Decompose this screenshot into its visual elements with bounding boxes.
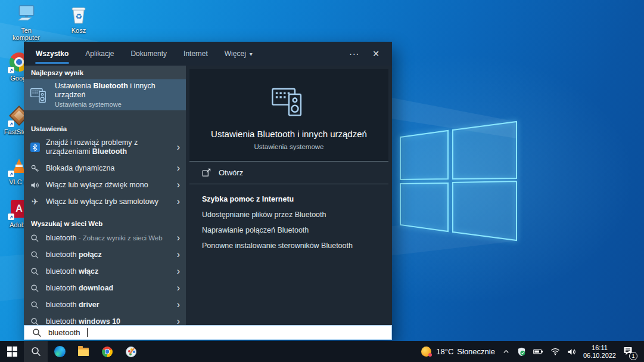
web-result-bluetooth-wlacz[interactable]: bluetooth włącz › [24,263,186,280]
web-result-bluetooth-driver[interactable]: bluetooth driver › [24,296,186,313]
tab-aplikacje[interactable]: Aplikacje [77,42,122,66]
windows-search-panel: Wszystko Aplikacje Dokumenty Internet Wi… [24,42,392,340]
taskbar-file-explorer-button[interactable] [71,341,95,362]
chrome-icon [102,346,113,357]
search-query-text: bluetooth [48,328,80,337]
shortcut-arrow-icon [8,214,14,220]
desktop-icon-label: Kosz [71,27,86,34]
web-result-bluetooth-download[interactable]: bluetooth download › [24,280,186,296]
action-center-button[interactable]: 1 [623,346,633,358]
recycle-bin-icon: ♻ [69,4,88,25]
system-tray: 18°C Słonecznie [421,341,644,362]
web-result-bluetooth-polacz[interactable]: bluetooth połącz › [24,246,186,263]
chevron-right-icon: › [177,267,180,276]
open-action[interactable]: Otwórz [186,162,392,184]
chevron-right-icon: › [177,197,180,206]
airplane-icon: ✈ [30,197,40,206]
this-pc-icon [15,4,37,25]
chevron-right-icon: › [177,233,180,243]
chevron-down-icon: ▾ [250,51,253,57]
search-icon [30,301,40,310]
search-filter-tabs: Wszystko Aplikacje Dokumenty Internet Wi… [24,42,392,66]
tray-chevron-up-icon[interactable] [502,348,510,355]
best-result-item[interactable]: Ustawienia Bluetooth i innych urządzeń U… [24,79,186,110]
result-detail-pane: Ustawienia Bluetooth i innych urządzeń U… [186,66,392,340]
shortcut-arrow-icon [8,120,14,127]
security-shield-icon[interactable] [517,347,526,357]
settings-result-mono-audio[interactable]: Włącz lub wyłącz dźwięk mono › [24,177,186,193]
search-icon [32,328,42,338]
settings-result-bluetooth-problems[interactable]: Znajdź i rozwiąż problemy z urządzeniami… [24,135,186,160]
chevron-right-icon: › [177,163,180,173]
shortcut-arrow-icon [8,67,14,73]
quick-help-header: Szybka pomoc z Internetu [202,191,376,207]
detail-title: Ustawienia Bluetooth i innych urządzeń [211,129,367,139]
tab-dokumenty[interactable]: Dokumenty [122,42,175,66]
edge-icon [54,346,66,357]
section-header-settings: Ustawienia [24,122,186,135]
sun-icon [421,346,431,357]
clock-time: 16:11 [583,344,616,352]
speaker-icon [30,181,40,190]
taskbar: 18°C Słonecznie [0,341,644,362]
taskbar-search-button[interactable] [24,341,48,362]
desktop-icon-this-pc[interactable]: Ten komputer [5,4,48,41]
tab-internet[interactable]: Internet [175,42,216,66]
battery-icon[interactable] [533,348,543,355]
clock[interactable]: 16:11 06.10.2022 [583,344,616,360]
close-icon[interactable]: ✕ [372,49,380,58]
paint3d-icon [126,346,136,357]
search-input[interactable]: bluetooth [24,325,392,340]
section-header-best: Najlepszy wynik [24,66,186,79]
best-result-title: Ustawienia Bluetooth i innych urządzeń [55,82,180,100]
bluetooth-icon [30,143,40,152]
windows-logo-icon [7,346,17,357]
search-results-list: Najlepszy wynik Ustawieni [24,66,186,340]
volume-icon[interactable] [567,348,576,356]
best-result-subtitle: Ustawienia systemowe [55,101,180,108]
weather-condition: Słonecznie [457,347,495,356]
more-options-button[interactable]: ··· [349,49,359,58]
open-icon [202,168,211,177]
svg-text:♻: ♻ [75,12,82,21]
quick-link-file-sharing[interactable]: Udostępnianie plików przez Bluetooth [202,207,376,222]
search-icon [30,267,40,276]
search-icon [30,250,40,259]
bluetooth-settings-icon [270,82,307,119]
search-icon [31,346,41,357]
wifi-icon[interactable] [550,348,560,355]
detail-subtitle: Ustawienia systemowe [254,143,324,150]
notification-count-badge: 1 [629,352,637,360]
tab-wszystko[interactable]: Wszystko [27,42,77,66]
tab-wiecej[interactable]: Więcej ▾ [216,42,261,66]
desktop-icon-recycle-bin[interactable]: ♻ Kosz [61,4,97,34]
clock-date: 06.10.2022 [583,352,616,360]
detail-hero: Ustawienia Bluetooth i innych urządzeń U… [189,69,388,161]
chevron-right-icon: › [177,143,180,152]
weather-temp: 18°C [436,347,453,356]
section-header-web: Wyszukaj w sieci Web [24,217,186,230]
file-explorer-icon [78,348,89,356]
key-icon [30,164,40,173]
web-result-bluetooth[interactable]: bluetooth - Zobacz wyniki z sieci Web › [24,230,186,246]
chevron-right-icon: › [177,300,180,310]
settings-result-dynamic-lock[interactable]: Blokada dynamiczna › [24,160,186,177]
settings-result-airplane-mode[interactable]: ✈ Włącz lub wyłącz tryb samolotowy › [24,193,186,210]
chevron-right-icon: › [177,250,180,259]
chevron-right-icon: › [177,283,180,293]
search-icon [30,234,40,243]
taskbar-chrome-button[interactable] [95,341,119,362]
taskbar-edge-button[interactable] [48,341,71,362]
bluetooth-settings-icon [30,85,49,105]
start-button[interactable] [0,341,24,362]
text-cursor [87,328,88,337]
search-icon [30,284,40,293]
chevron-right-icon: › [177,180,180,190]
taskbar-paint3d-button[interactable] [119,341,143,362]
desktop-icon-label: Ten komputer [7,27,45,41]
quick-link-fix-connections[interactable]: Naprawianie połączeń Bluetooth [202,222,376,238]
shortcut-arrow-icon [8,171,14,177]
weather-widget[interactable]: 18°C Słonecznie [421,346,495,357]
quick-link-reinstall-drivers[interactable]: Ponowne instalowanie sterowników Bluetoo… [202,238,376,253]
